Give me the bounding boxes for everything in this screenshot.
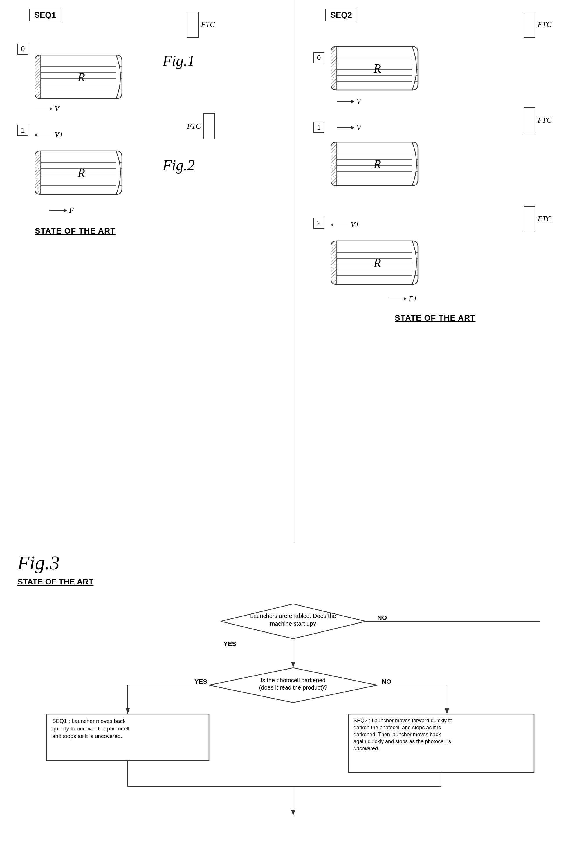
seq2-velocity-1: V — [337, 123, 361, 132]
seq1-arrow-right-0 — [35, 109, 52, 109]
seq1-step1-num: 1 — [18, 125, 28, 136]
seq1-ftc-step0: FTC — [187, 12, 215, 38]
seq1-box-text1: SEQ1 : Launcher moves back — [52, 718, 126, 724]
svg-text:R: R — [373, 62, 381, 75]
seq2-box-text2: darken the photocell and stops as it is — [353, 725, 441, 731]
seq2-box-text5: uncovered. — [353, 745, 379, 751]
seq2-arrow-left-2 — [331, 224, 348, 225]
seq2-ftc-rect-2 — [524, 206, 535, 232]
start-yes-label: YES — [223, 640, 236, 647]
seq2-roller-2: R — [331, 232, 424, 291]
seq2-arrow-0 — [337, 101, 354, 102]
seq1-step0-num: 0 — [18, 44, 28, 55]
photo-no-label: NO — [382, 678, 391, 685]
flowchart-svg: Launchers are enabled. Does the machine … — [18, 598, 569, 859]
seq2-force2: F1 — [389, 295, 417, 303]
seq2-ftc-step1: FTC — [524, 107, 551, 133]
seq1-roller-1: R — [35, 142, 128, 201]
seq1-label: SEQ1 — [29, 9, 61, 24]
seq1-box-text3: and stops as it is uncovered. — [52, 733, 122, 739]
seq1-velocity-0: V — [35, 105, 59, 113]
seq2-box-text1: SEQ2 : Launcher moves forward quickly to — [353, 718, 452, 723]
seq1-force-arrow — [49, 210, 67, 211]
seq2-step0-num: 0 — [313, 52, 324, 63]
seq1-roller-0: R — [35, 46, 128, 106]
vertical-divider — [294, 0, 294, 543]
seq1-box-text2: quickly to uncover the photocell — [52, 725, 129, 732]
seq1-arrow-left-1 — [35, 135, 52, 135]
svg-text:R: R — [77, 166, 85, 180]
state-art-seq1: STATE OF THE ART — [35, 226, 115, 236]
photo-yes-label: YES — [195, 678, 207, 685]
seq2-step1-num: 1 — [313, 122, 324, 133]
seq2-label: SEQ2 — [325, 9, 357, 24]
svg-text:R: R — [77, 71, 85, 84]
seq1-ftc-step1: FTC — [187, 113, 215, 139]
svg-text:R: R — [373, 256, 381, 270]
seq2-roller-1: R — [331, 133, 424, 193]
seq2-step2-num: 2 — [313, 218, 324, 229]
fig2-label: Fig.2 — [163, 157, 195, 174]
seq2-force-arrow — [389, 299, 406, 299]
top-section: Fig.1 Fig.2 SEQ1 FTC 0 — [0, 0, 588, 543]
seq2-velocity-0: V — [337, 97, 361, 106]
fig1-label: Fig.1 — [163, 52, 195, 69]
seq2-roller-0: R — [331, 38, 424, 97]
seq2-box-text4: again quickly and stops as the photocell… — [353, 738, 451, 744]
bottom-section: Fig.3 STATE OF THE ART Launchers are ena… — [0, 543, 588, 868]
seq1-velocity1: V1 — [35, 131, 63, 139]
start-no-label: NO — [377, 614, 387, 621]
seq2-arrow-1 — [337, 127, 354, 128]
fig3-label: Fig.3 — [18, 551, 570, 574]
state-art-fig3: STATE OF THE ART — [18, 577, 570, 586]
seq2-ftc-step2: FTC — [524, 206, 551, 232]
seq2-ftc-rect-1 — [524, 107, 535, 133]
photocell-text2: (does it read the product)? — [259, 684, 327, 691]
svg-text:R: R — [373, 158, 381, 171]
seq1-force: F — [49, 206, 74, 215]
start-diamond-text1: Launchers are enabled. Does the — [250, 613, 336, 619]
seq2-box-text3: darkened. Then launcher moves back — [353, 732, 441, 737]
seq2-ftc-rect-0 — [524, 12, 535, 38]
state-art-seq2: STATE OF THE ART — [395, 313, 476, 323]
page: Fig.1 Fig.2 SEQ1 FTC 0 — [0, 0, 588, 868]
seq2-velocity-2: V1 — [331, 221, 359, 229]
seq2-ftc-step0: FTC — [524, 12, 551, 38]
photocell-text1: Is the photocell darkened — [261, 677, 326, 683]
seq1-ftc-rect-1 — [203, 113, 215, 139]
seq1-ftc-rect-0 — [187, 12, 198, 38]
start-diamond-text2: machine start up? — [270, 620, 316, 627]
